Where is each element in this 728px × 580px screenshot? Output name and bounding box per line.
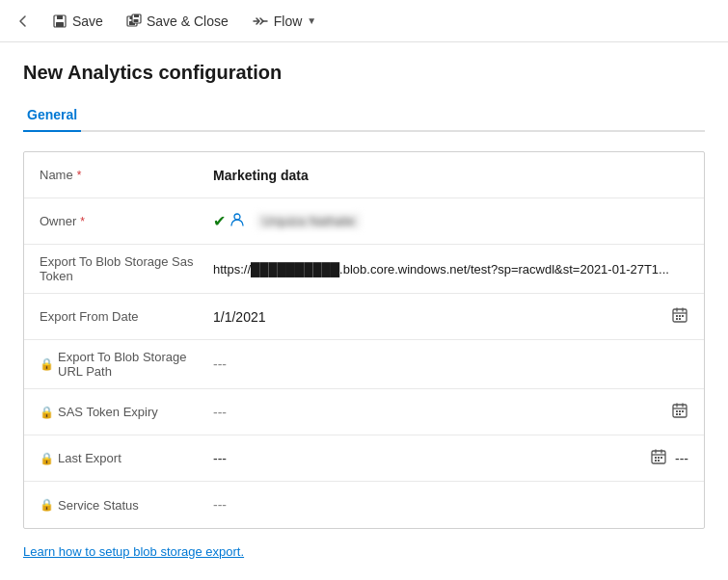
svg-rect-20 bbox=[676, 413, 678, 415]
value-service-status: --- bbox=[213, 497, 688, 513]
value-export-blob-url: --- bbox=[213, 356, 688, 372]
owner-name: Urquiza Nathalie bbox=[256, 213, 361, 229]
page-content: New Analytics configuration General Name… bbox=[0, 42, 728, 578]
svg-point-9 bbox=[234, 214, 240, 220]
page-title: New Analytics configuration bbox=[23, 62, 705, 84]
svg-rect-19 bbox=[682, 410, 684, 412]
svg-rect-26 bbox=[655, 460, 657, 461]
save-icon bbox=[52, 13, 67, 29]
back-button[interactable] bbox=[8, 6, 39, 37]
svg-rect-21 bbox=[679, 413, 681, 415]
svg-rect-8 bbox=[133, 19, 138, 22]
calendar-icon-sas-expiry[interactable] bbox=[671, 402, 688, 423]
svg-rect-24 bbox=[658, 457, 660, 459]
lock-icon-service-status: 🔒 bbox=[40, 498, 54, 512]
flow-dropdown-chevron: ▼ bbox=[307, 15, 316, 26]
lock-icon-sas: 🔒 bbox=[40, 406, 54, 419]
setup-link[interactable]: Learn how to setup blob storage export. bbox=[23, 544, 244, 559]
svg-rect-27 bbox=[658, 460, 660, 461]
value-last-export: --- --- bbox=[213, 448, 688, 469]
save-close-icon bbox=[126, 13, 142, 29]
form-row-owner: Owner * ✔ Urquiza Nathalie bbox=[24, 198, 704, 245]
person-icon bbox=[229, 212, 245, 231]
svg-rect-2 bbox=[56, 22, 64, 27]
back-icon bbox=[15, 13, 31, 29]
svg-rect-1 bbox=[57, 15, 63, 19]
calendar-icon-last-export[interactable] bbox=[650, 448, 667, 469]
value-owner: ✔ Urquiza Nathalie bbox=[213, 212, 688, 231]
tabs: General bbox=[23, 99, 705, 132]
label-export-from-date: Export From Date bbox=[40, 309, 213, 324]
tab-general[interactable]: General bbox=[23, 99, 81, 132]
svg-rect-18 bbox=[679, 410, 681, 412]
value-export-from-date: 1/1/2021 bbox=[213, 306, 688, 328]
flow-label: Flow bbox=[274, 13, 303, 29]
svg-rect-14 bbox=[676, 318, 678, 320]
lock-icon-last-export: 🔒 bbox=[40, 452, 54, 465]
required-star-name: * bbox=[77, 169, 82, 182]
label-sas-expiry: 🔒 SAS Token Expiry bbox=[40, 405, 213, 419]
check-icon: ✔ bbox=[213, 212, 226, 230]
svg-rect-7 bbox=[134, 14, 139, 17]
label-last-export: 🔒 Last Export bbox=[40, 451, 213, 465]
label-service-status: 🔒 Service Status bbox=[40, 498, 213, 513]
svg-rect-12 bbox=[679, 315, 681, 317]
svg-rect-15 bbox=[679, 318, 681, 320]
form-row-sas-expiry: 🔒 SAS Token Expiry --- bbox=[24, 389, 704, 435]
svg-rect-25 bbox=[661, 457, 662, 459]
flow-button[interactable]: Flow ▼ bbox=[242, 8, 326, 35]
save-close-button[interactable]: Save & Close bbox=[117, 8, 238, 35]
form-row-last-export: 🔒 Last Export --- bbox=[24, 435, 704, 482]
lock-icon-url: 🔒 bbox=[40, 357, 54, 371]
save-label: Save bbox=[72, 13, 103, 29]
form-row-service-status: 🔒 Service Status --- bbox=[24, 482, 704, 528]
form-row-export-blob-token: Export To Blob Storage Sas Token https:/… bbox=[24, 245, 704, 294]
last-export-value2: --- bbox=[675, 451, 688, 466]
svg-rect-11 bbox=[676, 315, 678, 317]
value-export-blob-token: https://██████████.blob.core.windows.net… bbox=[213, 262, 688, 277]
label-export-blob-token: Export To Blob Storage Sas Token bbox=[40, 254, 213, 283]
toolbar: Save Save & Close Flow ▼ bbox=[0, 0, 728, 42]
label-owner: Owner * bbox=[40, 214, 213, 228]
label-name: Name * bbox=[40, 168, 213, 182]
form-row-export-from-date: Export From Date 1/1/2021 bbox=[24, 294, 704, 340]
label-export-blob-url: 🔒 Export To Blob Storage URL Path bbox=[40, 350, 213, 379]
svg-rect-23 bbox=[655, 457, 657, 459]
svg-rect-17 bbox=[676, 410, 678, 412]
svg-rect-13 bbox=[682, 315, 684, 317]
save-button[interactable]: Save bbox=[42, 8, 113, 35]
required-star-owner: * bbox=[80, 215, 85, 228]
flow-icon bbox=[252, 13, 269, 29]
value-name: Marketing data bbox=[213, 168, 688, 183]
calendar-icon-export-date[interactable] bbox=[671, 306, 688, 328]
value-sas-expiry: --- bbox=[213, 402, 688, 423]
last-export-value1: --- bbox=[213, 451, 227, 466]
form-row-name: Name * Marketing data bbox=[24, 152, 704, 198]
owner-icons: ✔ bbox=[213, 212, 245, 231]
form-container: Name * Marketing data Owner * ✔ bbox=[23, 151, 705, 529]
form-row-export-blob-url: 🔒 Export To Blob Storage URL Path --- bbox=[24, 340, 704, 389]
save-close-label: Save & Close bbox=[147, 13, 229, 29]
